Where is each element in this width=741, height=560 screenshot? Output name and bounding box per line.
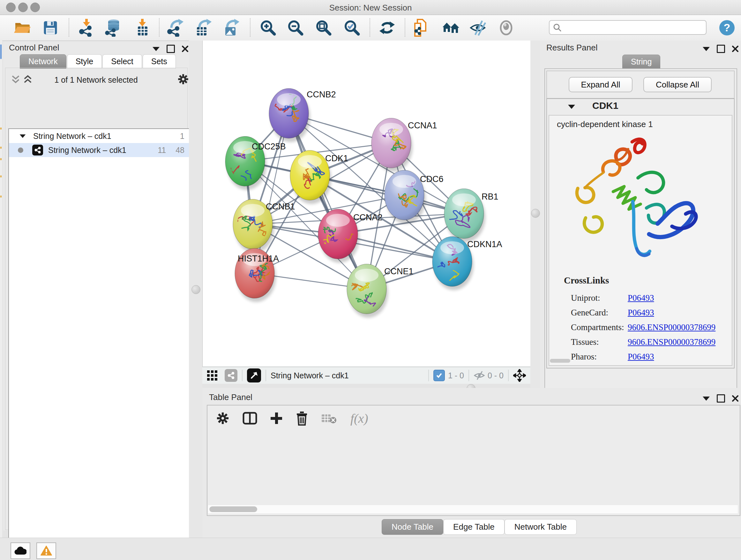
save-session-button[interactable] (41, 17, 60, 38)
grid-view-icon[interactable] (207, 370, 218, 381)
table-settings-gear-icon[interactable] (216, 411, 230, 425)
network-node-HIST1H1A[interactable]: HIST1H1A (235, 248, 279, 302)
fit-content-icon[interactable] (247, 368, 261, 382)
panel-menu-icon[interactable] (703, 396, 710, 401)
first-neighbors-button[interactable] (441, 17, 461, 38)
network-node-CDKN1A[interactable]: CDKN1A (429, 237, 502, 290)
zoom-in-button[interactable] (259, 17, 278, 38)
protein-structure-image (562, 136, 710, 267)
split-columns-icon[interactable] (243, 412, 257, 425)
control-panel-title: Control Panel (9, 43, 59, 53)
network-node-CCNA1[interactable]: CCNA1 (372, 118, 437, 172)
crosslink-uniprot[interactable]: P06493 (628, 293, 654, 303)
panel-close-icon[interactable] (732, 395, 738, 401)
results-hscrollbar-thumb[interactable] (550, 359, 570, 363)
right-splitter[interactable] (530, 41, 540, 388)
export-image-button[interactable] (222, 17, 241, 38)
collapse-all-button[interactable]: Collapse All (643, 77, 712, 92)
warnings-button[interactable] (37, 543, 56, 559)
import-table-icon (133, 19, 151, 37)
zoom-selected-button[interactable] (342, 17, 361, 38)
search-input[interactable] (564, 23, 703, 32)
tab-network-table[interactable]: Network Table (504, 519, 577, 535)
left-splitter[interactable] (189, 41, 202, 538)
cloud-status-button[interactable] (10, 543, 30, 559)
crosslink-compartments[interactable]: 9606.ENSP00000378699 (628, 322, 716, 332)
results-panel-title: Results Panel (546, 43, 597, 53)
panel-close-icon[interactable] (732, 46, 738, 52)
protein-description: cyclin-dependent kinase 1 (557, 119, 653, 129)
network-node-CCNB1[interactable]: CCNB1 (232, 199, 295, 253)
export-network-button[interactable] (165, 17, 185, 38)
main-toolbar: ? (0, 15, 741, 41)
tab-string[interactable]: String (622, 55, 660, 69)
tab-sets[interactable]: Sets (143, 54, 176, 69)
crosslink-genecard[interactable]: P06493 (628, 308, 654, 318)
network-node-CCNE1[interactable]: CCNE1 (347, 264, 414, 318)
export-table-button[interactable] (194, 17, 213, 38)
crosslink-pharos[interactable]: P06493 (628, 352, 654, 362)
network-node-CDK1[interactable]: CDK1 (290, 150, 348, 204)
delete-column-trash-icon[interactable] (295, 411, 308, 426)
tab-node-table[interactable]: Node Table (382, 519, 443, 535)
add-column-icon[interactable] (270, 412, 283, 425)
help-button[interactable]: ? (718, 17, 737, 38)
import-table-button[interactable] (133, 17, 152, 38)
selected-checkbox-icon[interactable] (433, 370, 445, 381)
network-node-CDC25B[interactable]: CDC25B (225, 136, 286, 190)
collection-expander-icon[interactable] (20, 134, 26, 138)
crosslink-tissues[interactable]: 9606.ENSP00000378699 (628, 337, 716, 347)
tab-label: Edge Table (453, 522, 495, 532)
table-hscrollbar[interactable] (208, 505, 738, 513)
network-collection-row[interactable]: String Network – cdk1 1 (9, 129, 190, 143)
string-protein-query-button[interactable] (412, 17, 431, 38)
crosslink-label: Compartments: (571, 322, 628, 332)
share-view-icon[interactable] (225, 369, 238, 382)
tab-label: Network Table (515, 522, 567, 532)
birds-eye-crosshair-icon[interactable] (513, 369, 526, 382)
expand-all-button[interactable]: Expand All (569, 77, 632, 92)
refresh-button[interactable] (378, 17, 397, 38)
panel-float-icon[interactable] (717, 394, 725, 402)
cloud-icon (14, 546, 26, 555)
panel-menu-icon[interactable] (152, 47, 159, 51)
zoom-fit-button[interactable] (314, 17, 333, 38)
function-builder-button[interactable]: f(x) (350, 411, 368, 426)
panel-float-icon[interactable] (166, 45, 175, 53)
show-all-disabled-button[interactable] (496, 17, 516, 38)
table-toolbar: f(x) (207, 406, 741, 431)
zoom-out-button[interactable] (286, 17, 305, 38)
delete-table-disabled-icon[interactable] (321, 413, 338, 424)
network-view-canvas[interactable]: CCNB2CCNA1CDC25BCDK1CDC6RB1CCNB1CCNA2CDK… (202, 41, 531, 367)
panel-float-icon[interactable] (717, 45, 725, 53)
panel-menu-icon[interactable] (703, 47, 710, 51)
panel-close-icon[interactable] (182, 46, 188, 52)
tab-edge-table[interactable]: Edge Table (443, 519, 504, 535)
toolbar-separator (250, 18, 251, 37)
gear-icon[interactable] (177, 73, 190, 85)
node-label-CCNA2: CCNA2 (353, 212, 383, 222)
crosslink-label: Uniprot: (571, 293, 628, 303)
hide-selected-button[interactable] (469, 17, 488, 38)
network-graph[interactable]: CCNB2CCNA1CDC25BCDK1CDC6RB1CCNB1CCNA2CDK… (203, 41, 531, 367)
tab-select[interactable]: Select (103, 54, 142, 69)
node-label-CCNB2: CCNB2 (307, 90, 336, 99)
eye-slash-icon (469, 19, 487, 37)
export-table-icon (194, 19, 212, 37)
crosslinks-list: Uniprot: P06493 GeneCard: P06493 Compart… (571, 291, 724, 364)
table-panel-title: Table Panel (209, 392, 253, 402)
open-session-button[interactable] (13, 17, 32, 38)
eye-disabled-icon (497, 19, 515, 37)
search-field[interactable] (549, 20, 706, 35)
network-row[interactable]: String Network – cdk1 11 48 (9, 143, 190, 157)
left-splitter-handle[interactable] (192, 285, 200, 294)
table-hscrollbar-thumb[interactable] (209, 506, 257, 512)
import-network-button[interactable] (77, 17, 96, 38)
edge-mark (0, 127, 2, 130)
tab-network[interactable]: Network (20, 54, 66, 69)
edge-mark (0, 146, 2, 149)
tab-style[interactable]: Style (67, 54, 102, 69)
right-splitter-handle[interactable] (531, 209, 540, 218)
import-network-from-database-button[interactable] (104, 17, 123, 38)
protein-expander-icon[interactable] (568, 105, 575, 109)
